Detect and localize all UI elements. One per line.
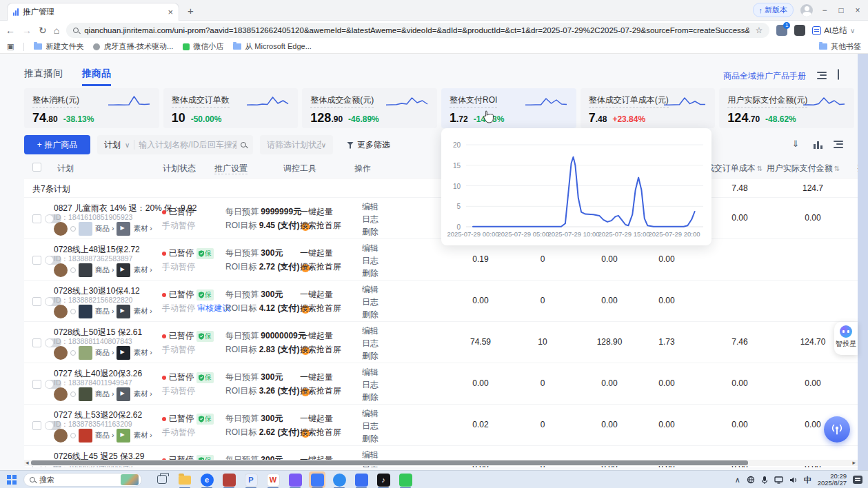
weather-thumbnail[interactable] xyxy=(121,474,139,485)
window-maximize-button[interactable]: □ xyxy=(836,6,846,15)
col-tools[interactable]: 调控工具 xyxy=(265,163,334,174)
more-filters-button[interactable]: 更多筛选 xyxy=(347,139,390,151)
delete-link[interactable]: 删除 xyxy=(362,309,379,321)
blue-circle-app-icon[interactable] xyxy=(331,471,347,488)
back-icon[interactable]: ← xyxy=(6,25,15,36)
explorer-icon[interactable] xyxy=(176,471,193,488)
red-app-icon[interactable] xyxy=(221,471,237,488)
forward-icon[interactable]: → xyxy=(22,25,32,36)
edit-link[interactable]: 编辑 xyxy=(362,408,379,420)
material-link[interactable]: 素材 › xyxy=(133,265,152,275)
product-link[interactable]: 商品 › xyxy=(95,431,114,440)
tab-live-room[interactable]: 推直播间 xyxy=(24,68,63,86)
log-link[interactable]: 日志 xyxy=(362,214,379,225)
row-checkbox[interactable] xyxy=(32,338,41,347)
log-link[interactable]: 日志 xyxy=(362,420,379,432)
delete-link[interactable]: 删除 xyxy=(362,433,379,445)
bookmark-new-folder[interactable]: 新建文件夹 xyxy=(34,41,83,52)
product-link[interactable]: 商品 › xyxy=(95,348,114,358)
stat-card[interactable]: 整体成交订单数 10 -50.00% xyxy=(163,88,299,128)
notification-icon[interactable] xyxy=(853,476,862,484)
wps-icon[interactable]: W xyxy=(265,471,281,488)
one-key-boost-link[interactable]: 一键起量 xyxy=(300,413,333,425)
new-tab-button[interactable]: + xyxy=(188,5,194,17)
apps-grid-icon[interactable]: ▣ xyxy=(7,42,14,51)
col-user-pay[interactable]: 用户实际支付金额⇅ xyxy=(762,163,845,174)
search-icon[interactable] xyxy=(241,142,246,148)
search-first-screen-link[interactable]: 搜索抢首屏 xyxy=(300,220,341,232)
horizontal-scrollbar[interactable]: ◂ ▸ xyxy=(24,460,868,466)
browser-profile-avatar[interactable] xyxy=(800,4,813,17)
ai-summary-button[interactable]: AI总结∨ xyxy=(812,26,855,36)
col-settings[interactable]: 推广设置 xyxy=(196,163,265,174)
stat-card[interactable]: 整体消耗(元) 74 .80 -38.13% xyxy=(24,88,159,128)
delete-link[interactable]: 删除 xyxy=(362,267,379,279)
export-icon[interactable]: ⇓ xyxy=(789,139,802,151)
task-view-icon[interactable] xyxy=(157,475,167,484)
scroll-right-icon[interactable]: ▸ xyxy=(852,459,856,466)
extension-icon[interactable]: 1 xyxy=(776,25,787,36)
wechat-icon[interactable] xyxy=(397,471,414,488)
row-checkbox[interactable] xyxy=(32,380,41,389)
material-link[interactable]: 素材 › xyxy=(133,431,152,440)
bookmark-weixin-shop[interactable]: 微信小店 xyxy=(183,41,223,52)
one-key-boost-link[interactable]: 一键起量 xyxy=(300,206,333,218)
mic-icon[interactable] xyxy=(761,476,768,485)
chart-columns-icon[interactable] xyxy=(811,139,824,151)
url-text[interactable]: qianchuan.jinritemai.com/uni-prom?aavid=… xyxy=(84,26,749,34)
assistant-widget[interactable]: 智投星 xyxy=(834,322,858,355)
windows-start-icon[interactable] xyxy=(7,475,17,485)
col-ops[interactable]: 操作 xyxy=(347,163,379,174)
browser-tab[interactable]: 推广管理 × xyxy=(7,3,179,21)
search-first-screen-link[interactable]: 搜索抢首屏 xyxy=(300,261,341,273)
delete-link[interactable]: 删除 xyxy=(362,226,379,238)
material-link[interactable]: 素材 › xyxy=(133,224,152,234)
extension-icon-2[interactable] xyxy=(794,25,805,36)
scrollbar-thumb[interactable] xyxy=(31,460,748,465)
monitor-icon[interactable] xyxy=(774,476,783,484)
custom-column-icon[interactable] xyxy=(834,139,846,151)
search-first-screen-link[interactable]: 搜索抢首屏 xyxy=(300,385,341,397)
bookmark-star-icon[interactable]: ☆ xyxy=(755,26,763,35)
site-info-icon[interactable] xyxy=(73,28,79,33)
doc-app-icon[interactable]: P xyxy=(243,471,259,488)
search-first-screen-link[interactable]: 搜索抢首屏 xyxy=(300,344,341,356)
one-key-boost-link[interactable]: 一键起量 xyxy=(300,247,333,259)
log-link[interactable]: 日志 xyxy=(362,379,379,391)
sort-icon[interactable]: ⇅ xyxy=(834,165,840,172)
delete-link[interactable]: 删除 xyxy=(362,392,379,403)
purple-app-icon[interactable] xyxy=(287,471,303,488)
new-version-badge[interactable]: ↑新版本 xyxy=(753,3,794,17)
search-first-screen-link[interactable]: 搜索抢首屏 xyxy=(300,303,341,314)
network-icon[interactable] xyxy=(747,476,755,484)
edit-link[interactable]: 编辑 xyxy=(362,243,379,254)
log-link[interactable]: 日志 xyxy=(362,255,379,267)
taskbar-search[interactable]: 搜索 xyxy=(23,473,142,487)
scroll-left-icon[interactable]: ◂ xyxy=(26,459,29,466)
douyin-icon[interactable]: ♪ xyxy=(375,471,392,488)
fullscreen-icon[interactable] xyxy=(838,70,849,81)
product-manual-link[interactable]: 商品全域推广产品手册 xyxy=(723,70,806,82)
row-checkbox[interactable] xyxy=(32,421,41,430)
reload-icon[interactable]: ↻ xyxy=(39,25,47,36)
live-broadcast-fab[interactable] xyxy=(824,416,850,443)
bookmark-edge-import[interactable]: 从 Microsoft Edge... xyxy=(233,41,312,52)
filter-settings-icon[interactable] xyxy=(817,70,828,81)
product-link[interactable]: 商品 › xyxy=(95,265,114,275)
promote-product-button[interactable]: + 推广商品 xyxy=(24,135,90,154)
tab-close-icon[interactable]: × xyxy=(168,7,173,17)
chat-app-icon[interactable] xyxy=(309,471,325,488)
speaker-icon[interactable] xyxy=(789,476,798,484)
material-link[interactable]: 素材 › xyxy=(133,307,152,316)
window-minimize-button[interactable]: − xyxy=(820,6,829,15)
bookmark-huya[interactable]: 虎牙直播-技术驱动... xyxy=(93,41,173,52)
page-scrollbar[interactable] xyxy=(858,54,868,470)
taskbar-clock[interactable]: 20:29 2025/8/27 xyxy=(818,473,847,487)
edge-browser-icon[interactable]: e xyxy=(199,471,215,488)
material-link[interactable]: 素材 › xyxy=(133,348,152,358)
row-checkbox[interactable] xyxy=(32,256,41,265)
col-plan[interactable]: 计划 xyxy=(57,163,74,174)
plan-select[interactable]: 计划 xyxy=(104,139,121,151)
log-link[interactable]: 日志 xyxy=(362,338,379,349)
plan-status-select[interactable]: 请筛选计划状态 ∨ xyxy=(260,135,333,154)
